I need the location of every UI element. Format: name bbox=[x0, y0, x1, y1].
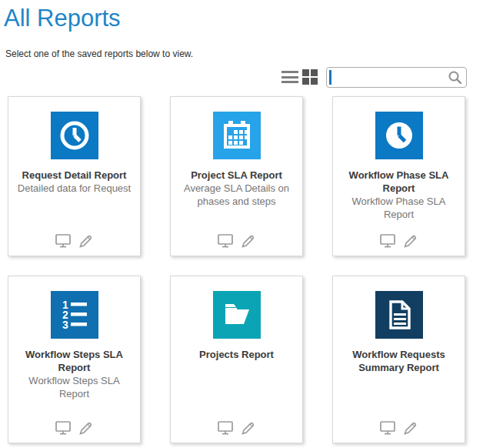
search-input[interactable] bbox=[326, 67, 467, 88]
svg-text:3: 3 bbox=[62, 319, 68, 331]
grid-view-button[interactable] bbox=[300, 68, 320, 86]
card-title: Workflow Steps SLA Report bbox=[8, 349, 140, 375]
clock-solid-icon bbox=[375, 112, 423, 159]
card-subtitle: Average SLA Details on phases and steps bbox=[171, 182, 302, 209]
document-icon bbox=[375, 291, 423, 339]
page-subtitle: Select one of the saved reports below to… bbox=[5, 48, 193, 59]
search-box bbox=[326, 67, 467, 88]
folder-open-icon bbox=[213, 291, 261, 339]
report-card-projects[interactable]: Projects Report bbox=[170, 276, 303, 443]
numbered-list-icon: 123 bbox=[51, 291, 98, 339]
card-title: Project SLA Report bbox=[185, 169, 288, 182]
view-on-screen-icon[interactable] bbox=[217, 420, 234, 436]
report-card-request-detail[interactable]: Request Detail Report Detailed data for … bbox=[8, 96, 141, 256]
edit-pencil-icon[interactable] bbox=[403, 233, 418, 249]
report-card-workflow-requests-summary[interactable]: Workflow Requests Summary Report bbox=[332, 276, 465, 443]
text-cursor bbox=[329, 70, 331, 85]
edit-pencil-icon[interactable] bbox=[78, 420, 94, 436]
grid-view-icon bbox=[302, 69, 318, 85]
view-on-screen-icon[interactable] bbox=[217, 233, 234, 249]
list-view-button[interactable] bbox=[280, 68, 300, 86]
edit-pencil-icon[interactable] bbox=[241, 233, 256, 249]
list-view-icon bbox=[281, 71, 298, 83]
page-title: All Reports bbox=[4, 5, 121, 32]
report-card-workflow-phase-sla[interactable]: Workflow Phase SLA Report Workflow Phase… bbox=[332, 96, 465, 256]
edit-pencil-icon[interactable] bbox=[403, 420, 418, 436]
card-title: Request Detail Report bbox=[16, 169, 133, 182]
view-toolbar bbox=[280, 66, 467, 88]
edit-pencil-icon[interactable] bbox=[241, 420, 256, 436]
card-title: Workflow Phase SLA Report bbox=[333, 169, 465, 196]
card-title: Projects Report bbox=[193, 349, 280, 362]
report-card-grid: Request Detail Report Detailed data for … bbox=[8, 96, 465, 443]
edit-pencil-icon[interactable] bbox=[78, 233, 94, 249]
clock-outline-icon bbox=[51, 112, 98, 159]
report-card-workflow-steps-sla[interactable]: 123 Workflow Steps SLA Report Workflow S… bbox=[8, 276, 141, 443]
view-on-screen-icon[interactable] bbox=[55, 233, 72, 249]
report-card-project-sla[interactable]: Project SLA Report Average SLA Details o… bbox=[170, 96, 303, 256]
card-subtitle: Workflow Steps SLA Report bbox=[8, 375, 140, 401]
view-on-screen-icon[interactable] bbox=[55, 420, 72, 436]
magnifier-icon[interactable] bbox=[448, 70, 462, 88]
card-title: Workflow Requests Summary Report bbox=[333, 349, 465, 375]
view-on-screen-icon[interactable] bbox=[379, 233, 396, 249]
card-subtitle: Workflow Phase SLA Report bbox=[333, 196, 465, 222]
calendar-icon bbox=[213, 112, 261, 159]
view-on-screen-icon[interactable] bbox=[379, 420, 396, 436]
card-subtitle: Detailed data for Request bbox=[12, 182, 137, 196]
